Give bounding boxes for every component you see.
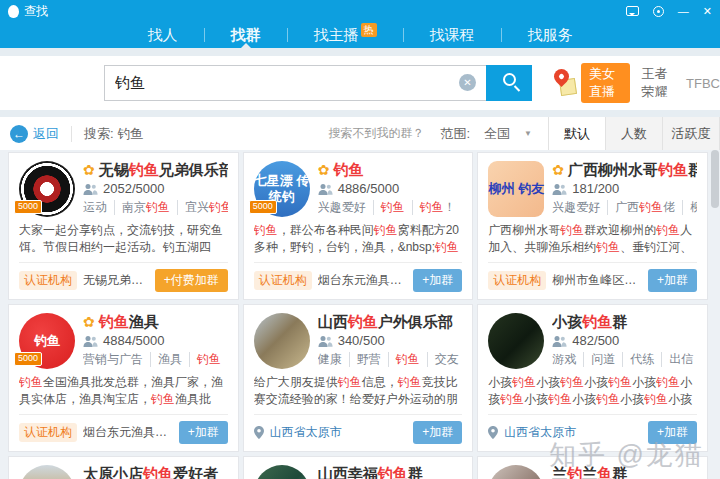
group-desc: 小孩钓鱼小孩钓鱼小孩钓鱼小孩钓鱼小孩钓鱼小孩钓鱼小孩钓鱼小孩钓鱼小孩钓鱼小孩钓.… <box>488 374 697 408</box>
member-count: 4886/5000 <box>338 181 399 197</box>
card-footer: 认证机构 无锡兄弟钓鱼俱乐部有... +付费加群 <box>19 262 228 299</box>
certified-icon: ✿ <box>552 161 564 179</box>
join-group-button[interactable]: +加群 <box>648 269 697 292</box>
sort-tab-activity[interactable]: 活跃度 <box>663 117 720 150</box>
chevron-down-icon: ▼ <box>524 129 532 138</box>
group-card[interactable]: 山西钓鱼户外俱乐部 340/500 健康野营钓鱼交友学习... 给广大朋友提供钓… <box>243 304 474 452</box>
back-button[interactable]: ← 返回 <box>10 125 59 143</box>
group-card[interactable]: 5000 ✿ 无锡钓鱼兄弟俱乐部 2052/5000 运动南京钓鱼宜兴钓鱼常州.… <box>8 152 239 300</box>
group-tag: 钓鱼 <box>189 352 221 367</box>
tag-list: 兴趣爱好广西钓鱼佬柳州钓鱼... <box>552 200 697 215</box>
group-title: 太原小店钓鱼爱好者 <box>83 465 218 479</box>
search-term-label: 搜索: 钓鱼 <box>84 125 143 143</box>
group-tag: 游戏 <box>552 352 576 367</box>
feedback-icon[interactable] <box>626 6 639 16</box>
app-header: 查找 — ✕ 找人 找群 找主播热 找课程 找服务 <box>0 0 720 48</box>
join-group-button[interactable]: +加群 <box>648 421 697 444</box>
group-tag: 宜兴钓鱼 <box>177 200 228 215</box>
group-avatar <box>19 465 75 479</box>
group-title: 山西幸福钓鱼群 <box>318 465 423 479</box>
group-card[interactable]: 七星漂 传统钓 5000 ✿ 钓鱼 4886/5000 兴趣爱好钓鱼钓鱼！钓鱼@… <box>243 152 474 300</box>
group-title: 广西柳州水哥钓鱼群 <box>568 161 697 179</box>
group-card[interactable]: 钓鱼 5000 ✿ 钓鱼渔具 4884/5000 营销与广告渔具钓鱼钓鱼！ 钓鱼… <box>8 304 239 452</box>
sort-tabs: 默认 人数 活跃度 <box>548 117 720 150</box>
avatar-capacity-badge: 5000 <box>14 352 42 366</box>
search-section: ✕ 美女直播 王者荣耀 TFBC <box>0 56 720 110</box>
clear-search-icon[interactable]: ✕ <box>459 74 476 91</box>
group-tag: 野营 <box>349 352 381 367</box>
kings-glory-link[interactable]: 王者荣耀 <box>642 65 675 101</box>
skin-icon[interactable] <box>653 6 664 17</box>
avatar-text: 钓鱼 <box>34 333 60 349</box>
tab-find-service[interactable]: 找服务 <box>502 22 599 48</box>
main-nav: 找人 找群 找主播热 找课程 找服务 <box>0 22 720 48</box>
minimize-icon[interactable]: — <box>678 6 689 17</box>
card-footer: 认证机构 烟台东元渔具有限公司 +加群 <box>254 262 463 299</box>
join-group-button[interactable]: +加群 <box>413 421 462 444</box>
join-group-button[interactable]: +付费加群 <box>155 269 228 292</box>
back-arrow-icon: ← <box>10 125 28 143</box>
tab-find-people[interactable]: 找人 <box>122 22 204 48</box>
group-card[interactable]: 太原小店钓鱼爱好者 283/500 <box>8 456 239 479</box>
divider-strip <box>0 48 720 56</box>
group-card[interactable]: 山西幸福钓鱼群 134/200 <box>243 456 474 479</box>
location-pin-icon <box>488 426 498 439</box>
group-title: 小孩钓鱼群 <box>552 313 627 331</box>
close-icon[interactable]: ✕ <box>703 6 712 17</box>
group-avatar <box>488 313 544 369</box>
tfbc-link[interactable]: TFBC <box>686 76 720 91</box>
members-icon <box>552 183 567 196</box>
group-card[interactable]: 小孩钓鱼群 482/500 游戏问道代练出信代练1... 小孩钓鱼小孩钓鱼小孩钓… <box>477 304 708 452</box>
member-count: 340/500 <box>338 333 385 349</box>
members-icon <box>318 183 333 196</box>
scope-dropdown[interactable]: 范围: 全国 ▼ <box>440 125 532 143</box>
card-footer: 山西省太原市 +加群 <box>254 414 463 451</box>
group-tag: 问道 <box>583 352 615 367</box>
footer-text: 山西省太原市 <box>270 424 408 441</box>
cant-find-group-link[interactable]: 搜索不到我的群？ <box>328 125 424 142</box>
group-tag: 运动 <box>83 200 107 215</box>
card-footer: 山西省太原市 +加群 <box>488 414 697 451</box>
group-tag: 兴趣爱好 <box>318 200 366 215</box>
magnifier-icon <box>503 73 516 86</box>
beauty-live-link[interactable]: 美女直播 <box>581 63 630 103</box>
location-pin-icon <box>254 426 264 439</box>
sort-tab-members[interactable]: 人数 <box>606 117 663 150</box>
group-tag: 南京钓鱼 <box>114 200 170 215</box>
group-tag: 钓鱼！ <box>412 200 456 215</box>
group-card[interactable]: 兰钓兰鱼群 1990/2000 <box>477 456 708 479</box>
join-group-button[interactable]: +加群 <box>179 421 228 444</box>
scrollbar-thumb[interactable] <box>711 150 719 208</box>
group-card[interactable]: 柳州 钓友 ✿ 广西柳州水哥钓鱼群 181/200 兴趣爱好广西钓鱼佬柳州钓鱼.… <box>477 152 708 300</box>
sort-tab-default[interactable]: 默认 <box>549 117 606 150</box>
group-tag: 钓鱼 <box>388 352 420 367</box>
search-input[interactable] <box>104 65 486 101</box>
members-icon <box>318 335 333 348</box>
group-tag: 出信 <box>661 352 693 367</box>
members-icon <box>552 335 567 348</box>
group-tag: 柳州钓鱼... <box>682 200 697 215</box>
group-avatar <box>254 465 310 479</box>
card-footer: 认证机构 柳州市鱼峰区山水兄弟渔具店 +加群 <box>488 262 697 299</box>
avatar-capacity-badge: 5000 <box>14 200 42 214</box>
group-title: 无锡钓鱼兄弟俱乐部 <box>99 161 228 179</box>
tag-list: 兴趣爱好钓鱼钓鱼！钓鱼@... <box>318 200 463 215</box>
cert-chip: 认证机构 <box>19 423 77 442</box>
toolbar-divider <box>71 126 72 142</box>
group-avatar: 柳州 钓友 <box>488 161 544 217</box>
tab-find-course[interactable]: 找课程 <box>404 22 501 48</box>
member-count: 482/500 <box>572 333 619 349</box>
search-button[interactable] <box>486 65 532 101</box>
nearby-groups-icon[interactable] <box>554 69 569 97</box>
member-count: 4884/5000 <box>103 333 164 349</box>
footer-text: 烟台东元渔具有限公司 <box>83 424 173 441</box>
members-icon <box>83 183 98 196</box>
group-title: 钓鱼渔具 <box>99 313 159 331</box>
cert-chip: 认证机构 <box>488 271 546 290</box>
tab-find-streamer[interactable]: 找主播热 <box>288 22 403 48</box>
join-group-button[interactable]: +加群 <box>413 269 462 292</box>
group-card-grid: 5000 ✿ 无锡钓鱼兄弟俱乐部 2052/5000 运动南京钓鱼宜兴钓鱼常州.… <box>0 150 720 479</box>
tab-find-group[interactable]: 找群 <box>205 22 287 48</box>
member-count: 181/200 <box>572 181 619 197</box>
group-tag: 广西钓鱼佬 <box>607 200 675 215</box>
